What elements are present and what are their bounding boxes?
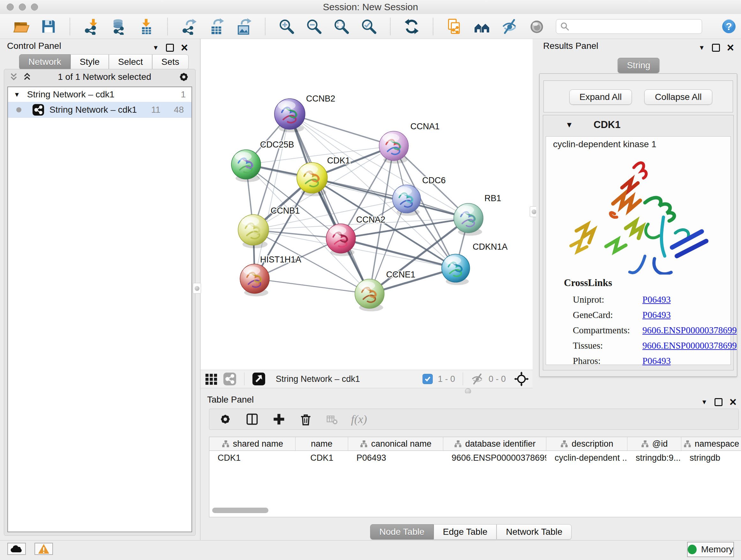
crosslink-link[interactable]: 9606.ENSP00000378699 bbox=[643, 340, 737, 351]
export-network-icon[interactable] bbox=[181, 18, 197, 35]
node-CDC25B[interactable]: CDC25B bbox=[231, 140, 294, 182]
edge-CCNB2-HIST1H1A[interactable] bbox=[255, 114, 290, 279]
collection-collapse-icon[interactable]: ▼ bbox=[14, 91, 20, 98]
table-cell[interactable]: P06493 bbox=[348, 451, 443, 465]
node-CCNA1[interactable]: CCNA1 bbox=[379, 122, 440, 164]
column-header-namespace[interactable]: namespace bbox=[681, 437, 741, 450]
open-session-icon[interactable] bbox=[13, 18, 29, 35]
structure-visibility-icon[interactable] bbox=[501, 18, 518, 35]
control-panel-menu-icon[interactable]: ▼ bbox=[152, 44, 159, 51]
tab-edge-table[interactable]: Edge Table bbox=[434, 524, 497, 540]
node-CDK1[interactable]: CDK1 bbox=[297, 156, 350, 196]
zoom-in-icon[interactable] bbox=[278, 18, 295, 35]
delete-column-trash-icon[interactable] bbox=[299, 412, 313, 426]
expand-all-networks-icon[interactable] bbox=[9, 72, 18, 82]
function-builder-icon[interactable]: f(x) bbox=[351, 413, 367, 426]
grid-view-icon[interactable] bbox=[205, 372, 218, 386]
create-column-plus-icon[interactable] bbox=[272, 412, 286, 426]
save-session-icon[interactable] bbox=[40, 18, 57, 35]
string-document-icon[interactable] bbox=[446, 18, 463, 35]
column-header-database-identifier[interactable]: database identifier bbox=[443, 437, 546, 450]
zoom-fit-icon[interactable] bbox=[333, 18, 350, 35]
table-cell[interactable]: 9606.ENSP00000378699 bbox=[443, 451, 546, 465]
hidden-items-eye-slash-icon[interactable] bbox=[471, 373, 483, 385]
node-RB1[interactable]: RB1 bbox=[454, 193, 501, 236]
crosslink-link[interactable]: P06493 bbox=[643, 310, 671, 320]
tab-sets[interactable]: Sets bbox=[152, 54, 189, 70]
column-header-shared-name[interactable]: shared name bbox=[209, 437, 295, 450]
expand-all-button[interactable]: Expand All bbox=[569, 89, 632, 105]
node-entry-header[interactable]: ▼ CDK1 bbox=[543, 115, 733, 136]
table-horizontal-scrollbar[interactable] bbox=[212, 508, 268, 513]
help-icon[interactable]: ? bbox=[721, 19, 737, 34]
delete-table-icon[interactable] bbox=[326, 413, 338, 426]
table-panel-close-icon[interactable]: × bbox=[730, 396, 737, 408]
edge-CCNB2-CCNE1[interactable] bbox=[290, 114, 369, 294]
string-home-icon[interactable] bbox=[474, 18, 490, 35]
string-results-box: Expand All Collapse All ▼ CDK1 cyclin-de… bbox=[539, 73, 737, 377]
search-field[interactable] bbox=[556, 19, 702, 34]
export-image-icon[interactable] bbox=[235, 18, 252, 35]
network-view-share-icon[interactable] bbox=[223, 372, 237, 386]
table-cell[interactable]: CDK1 bbox=[209, 451, 295, 465]
tab-style[interactable]: Style bbox=[71, 54, 109, 70]
network-options-gear-icon[interactable] bbox=[178, 71, 190, 83]
node-HIST1H1A[interactable]: HIST1H1A bbox=[240, 255, 301, 296]
apply-layout-icon[interactable] bbox=[403, 18, 420, 35]
import-network-icon[interactable] bbox=[83, 18, 99, 35]
table-cell[interactable]: stringdb:9... bbox=[627, 451, 681, 465]
search-input[interactable] bbox=[572, 21, 698, 32]
column-header-canonical-name[interactable]: canonical name bbox=[348, 437, 443, 450]
table-panel-menu-icon[interactable]: ▼ bbox=[701, 399, 708, 405]
network-row[interactable]: String Network – cdk1 11 48 bbox=[8, 102, 192, 118]
export-table-icon[interactable] bbox=[208, 18, 225, 35]
network-view[interactable]: CCNB2CCNA1CDC25BCDK1CDC6RB1CCNB1CCNA2CDK… bbox=[201, 39, 533, 370]
node-CDKN1A[interactable]: CDKN1A bbox=[442, 242, 508, 285]
table-cell[interactable]: stringdb bbox=[681, 451, 741, 465]
collapse-all-networks-icon[interactable] bbox=[23, 72, 31, 82]
edge-CCNB2-CCNA1[interactable] bbox=[290, 114, 394, 146]
network-collection-row[interactable]: ▼ String Network – cdk1 1 bbox=[8, 87, 192, 102]
table-cell[interactable]: CDK1 bbox=[295, 451, 348, 465]
entry-collapse-icon[interactable]: ▼ bbox=[565, 121, 573, 129]
import-table-icon[interactable] bbox=[138, 18, 154, 35]
glass-ball-icon[interactable] bbox=[529, 18, 545, 35]
crosslink-link[interactable]: P06493 bbox=[643, 294, 671, 305]
tab-network-table[interactable]: Network Table bbox=[496, 524, 571, 540]
results-panel-float-icon[interactable] bbox=[712, 44, 720, 52]
table-row[interactable]: CDK1CDK1P064939606.ENSP00000378699cyclin… bbox=[209, 451, 741, 465]
tab-select[interactable]: Select bbox=[109, 54, 152, 70]
table-cell[interactable]: cyclin-dependent ... bbox=[546, 451, 627, 465]
results-panel-menu-icon[interactable]: ▼ bbox=[698, 44, 705, 51]
tab-string[interactable]: String bbox=[617, 58, 659, 73]
tab-network[interactable]: Network bbox=[19, 54, 71, 70]
collapse-all-button[interactable]: Collapse All bbox=[644, 89, 712, 105]
fit-selected-crosshair-icon[interactable] bbox=[514, 372, 529, 386]
column-header-name[interactable]: name bbox=[295, 437, 348, 450]
table-panel-float-icon[interactable] bbox=[715, 398, 723, 406]
show-columns-icon[interactable] bbox=[245, 412, 259, 426]
warnings-button[interactable] bbox=[35, 543, 53, 555]
zoom-out-icon[interactable] bbox=[306, 18, 322, 35]
import-network-from-database-icon[interactable] bbox=[111, 18, 127, 35]
memory-button[interactable]: Memory bbox=[687, 542, 734, 557]
zoom-selected-icon[interactable] bbox=[360, 18, 377, 35]
node-CCNE1[interactable]: CCNE1 bbox=[355, 270, 415, 311]
birds-eye-view-icon[interactable] bbox=[252, 372, 266, 386]
edge-HIST1H1A-CCNE1[interactable] bbox=[255, 279, 369, 294]
results-panel-close-icon[interactable]: × bbox=[727, 42, 734, 54]
left-splitter-collapse-handle[interactable] bbox=[193, 283, 201, 294]
crosslink-link[interactable]: 9606.ENSP00000378699 bbox=[643, 325, 737, 335]
column-header--id[interactable]: @id bbox=[627, 437, 681, 450]
tab-node-table[interactable]: Node Table bbox=[370, 524, 434, 540]
node-CCNB2[interactable]: CCNB2 bbox=[274, 94, 335, 132]
table-options-gear-icon[interactable] bbox=[218, 412, 232, 426]
control-panel-float-icon[interactable] bbox=[166, 44, 174, 52]
control-panel-close-icon[interactable]: × bbox=[181, 42, 188, 54]
crosslink-row: GeneCard:P06493 bbox=[564, 307, 727, 322]
selected-items-checkbox-icon[interactable] bbox=[422, 374, 433, 384]
node-table[interactable]: shared namename canonical name database … bbox=[209, 437, 741, 517]
cloud-button[interactable] bbox=[7, 543, 26, 555]
column-header-description[interactable]: description bbox=[546, 437, 627, 450]
crosslink-link[interactable]: P06493 bbox=[643, 356, 671, 366]
